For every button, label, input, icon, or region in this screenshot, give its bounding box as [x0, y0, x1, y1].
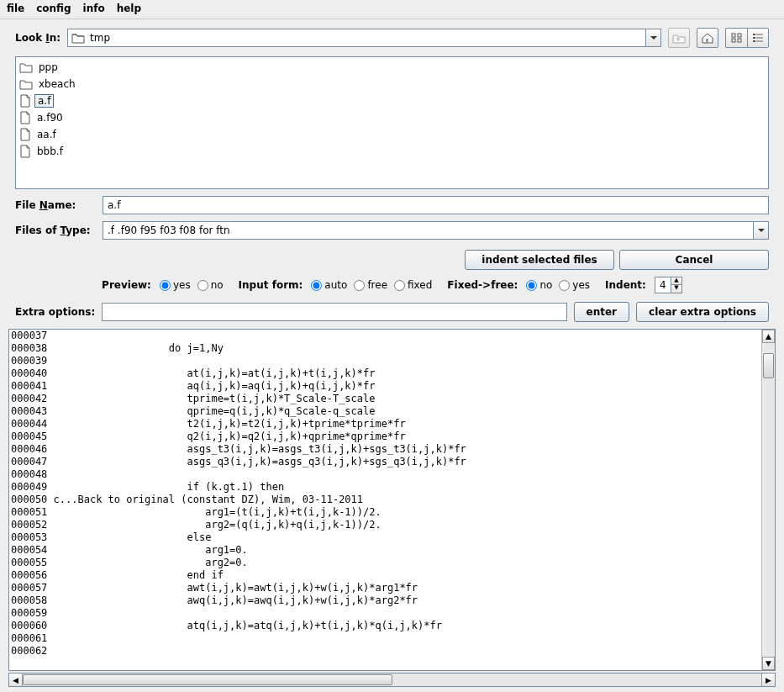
radio-label: no — [211, 279, 224, 291]
folder-item[interactable]: xbeach — [16, 76, 768, 92]
files-of-type-value: .f .f90 f95 f03 f08 for ftn — [103, 225, 753, 236]
file-name-label: aa.f — [34, 129, 59, 140]
folder-icon — [19, 61, 33, 73]
menu-help[interactable]: help — [117, 3, 141, 14]
svg-rect-8 — [756, 37, 763, 39]
file-item[interactable]: bbb.f — [16, 143, 768, 160]
chevron-down-icon[interactable] — [645, 29, 660, 46]
look-in-combo[interactable]: tmp — [67, 29, 661, 47]
file-name-label: bbb.f — [34, 145, 66, 157]
file-name-row: File Name: — [15, 196, 769, 214]
preview-area: 000037 000038 do j=1,Ny 000039 000040 at… — [8, 329, 776, 671]
input-form-radio-group: Input form: auto free fixed — [239, 279, 433, 291]
look-in-row: Look In: tmp — [15, 28, 769, 48]
vertical-scrollbar[interactable]: ▲ ▼ — [761, 330, 775, 670]
fixed-free-no-option[interactable]: no — [526, 279, 552, 291]
menu-file[interactable]: file — [7, 3, 24, 14]
file-icon — [19, 94, 31, 108]
scroll-left-icon[interactable]: ◀ — [9, 674, 23, 686]
file-item[interactable]: aa.f — [16, 126, 768, 143]
spinner-down-icon[interactable]: ▼ — [671, 285, 681, 293]
folder-item[interactable]: ppp — [16, 59, 768, 76]
action-button-row: indent selected files Cancel — [0, 245, 784, 272]
indent-spinner[interactable]: 4 ▲ ▼ — [655, 277, 682, 293]
folder-icon — [71, 32, 85, 44]
file-icon — [19, 128, 31, 141]
preview-yes-option[interactable]: yes — [160, 279, 191, 291]
scroll-thumb[interactable] — [763, 353, 774, 378]
home-button[interactable] — [697, 28, 718, 48]
svg-rect-7 — [753, 37, 755, 39]
file-name-label: File Name: — [15, 199, 96, 211]
svg-rect-0 — [706, 39, 708, 43]
chevron-down-icon[interactable] — [753, 222, 768, 239]
input-form-free-option[interactable]: free — [354, 279, 387, 291]
list-view-button[interactable] — [747, 28, 769, 48]
file-name-label: xbeach — [36, 78, 78, 90]
indent-value: 4 — [655, 279, 671, 291]
svg-rect-10 — [756, 40, 763, 42]
radio-label: free — [367, 279, 387, 291]
fixed-free-yes-option[interactable]: yes — [559, 279, 590, 291]
folder-icon — [19, 78, 33, 90]
fixed-free-radio-group: Fixed->free: no yes — [447, 279, 590, 291]
file-item[interactable]: a.f — [16, 92, 768, 109]
input-form-auto-option[interactable]: auto — [311, 279, 347, 291]
radio-label: yes — [173, 279, 191, 291]
cancel-button[interactable]: Cancel — [619, 250, 769, 270]
scroll-thumb[interactable] — [23, 674, 392, 685]
preview-no-option[interactable]: no — [197, 279, 224, 291]
files-of-type-label: Files of Type: — [15, 225, 96, 236]
fixed-free-label: Fixed->free: — [447, 279, 518, 291]
scroll-track[interactable] — [23, 674, 761, 686]
up-folder-button[interactable] — [668, 28, 690, 48]
svg-rect-6 — [756, 34, 763, 35]
input-form-label: Input form: — [239, 279, 303, 291]
menu-config[interactable]: config — [36, 3, 71, 14]
options-row: Preview: yes no Input form: auto free fi… — [0, 272, 784, 298]
indent-spinner-group: Indent: 4 ▲ ▼ — [605, 277, 682, 293]
radio-label: yes — [572, 279, 590, 291]
menu-bar: file config info help — [0, 0, 784, 19]
scroll-up-icon[interactable]: ▲ — [762, 330, 775, 343]
file-name-label: ppp — [36, 61, 61, 73]
indent-selected-button[interactable]: indent selected files — [465, 250, 614, 270]
file-name-label: a.f — [34, 94, 54, 108]
icon-view-button[interactable] — [725, 28, 747, 48]
menu-info[interactable]: info — [83, 3, 105, 14]
enter-button[interactable]: enter — [574, 302, 629, 322]
extra-options-input[interactable] — [102, 303, 566, 321]
file-icon — [19, 145, 31, 158]
radio-label: auto — [324, 279, 347, 291]
scroll-track[interactable] — [762, 343, 775, 657]
files-of-type-row: Files of Type: .f .f90 f95 f03 f08 for f… — [15, 221, 769, 240]
scroll-down-icon[interactable]: ▼ — [762, 657, 775, 670]
look-in-value: tmp — [88, 32, 645, 44]
file-item[interactable]: a.f90 — [16, 109, 768, 126]
files-of-type-select[interactable]: .f .f90 f95 f03 f08 for ftn — [103, 221, 769, 240]
file-name-label: a.f90 — [34, 112, 66, 124]
scroll-right-icon[interactable]: ▶ — [761, 674, 775, 686]
file-name-input[interactable] — [103, 196, 769, 214]
file-chooser: Look In: tmp pppxbeacha.fa.f90aa.fbbb.f — [0, 19, 784, 245]
indent-label: Indent: — [605, 279, 646, 291]
radio-label: fixed — [408, 279, 432, 291]
clear-extra-options-button[interactable]: clear extra options — [636, 302, 769, 322]
input-form-fixed-option[interactable]: fixed — [394, 279, 432, 291]
look-in-label: Look In: — [15, 32, 61, 44]
horizontal-scrollbar[interactable]: ◀ ▶ — [8, 673, 776, 687]
extra-options-row: Extra options: enter clear extra options — [0, 298, 784, 329]
preview-text: 000037 000038 do j=1,Ny 000039 000040 at… — [9, 330, 761, 658]
extra-options-label: Extra options: — [15, 306, 95, 318]
preview-radio-group: Preview: yes no — [102, 279, 224, 291]
svg-rect-3 — [732, 39, 735, 42]
file-list[interactable]: pppxbeacha.fa.f90aa.fbbb.f — [15, 56, 769, 189]
svg-rect-4 — [738, 39, 741, 42]
file-icon — [19, 111, 31, 124]
svg-rect-5 — [753, 34, 755, 35]
svg-rect-1 — [732, 34, 735, 37]
radio-label: no — [539, 279, 552, 291]
svg-rect-2 — [738, 34, 741, 37]
svg-rect-9 — [753, 40, 755, 42]
preview-label: Preview: — [102, 279, 151, 291]
